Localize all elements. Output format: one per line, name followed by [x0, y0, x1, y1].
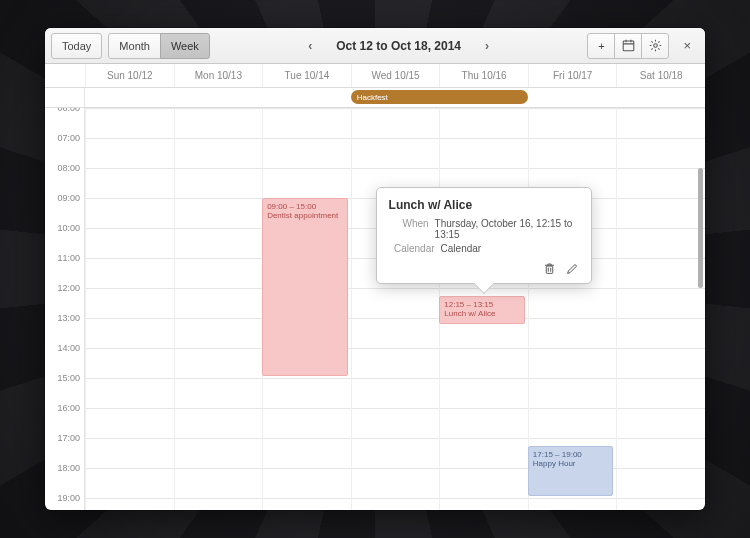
settings-button[interactable] — [641, 33, 669, 59]
prev-week-button[interactable]: ‹ — [302, 35, 318, 57]
hour-label: 18:00 — [57, 463, 80, 473]
day-header: Wed 10/15 — [351, 64, 440, 87]
allday-row: Hackfest — [45, 88, 705, 108]
day-header: Sat 10/18 — [616, 64, 705, 87]
header-actions: + × — [587, 33, 699, 59]
svg-line-11 — [651, 48, 652, 49]
popover-when-key: When — [389, 218, 429, 240]
hour-label: 06:00 — [57, 108, 80, 113]
popover-calendar-key: Calendar — [389, 243, 435, 254]
date-range-title: Oct 12 to Oct 18, 2014 — [336, 39, 461, 53]
headerbar: Today Month Week ‹ Oct 12 to Oct 18, 201… — [45, 28, 705, 64]
svg-point-4 — [654, 44, 658, 48]
allday-event[interactable]: Hackfest — [351, 90, 528, 104]
svg-line-10 — [658, 48, 659, 49]
hour-label: 12:00 — [57, 283, 80, 293]
popover-when-value: Thursday, October 16, 12:15 to 13:15 — [435, 218, 579, 240]
event-title: Happy Hour — [533, 459, 608, 468]
edit-event-button[interactable] — [566, 262, 579, 275]
day-header: Thu 10/16 — [439, 64, 528, 87]
next-week-button[interactable]: › — [479, 35, 495, 57]
day-header: Tue 10/14 — [262, 64, 351, 87]
calendar-picker-button[interactable] — [614, 33, 642, 59]
add-event-button[interactable]: + — [587, 33, 615, 59]
view-month-button[interactable]: Month — [108, 33, 161, 59]
svg-rect-0 — [623, 41, 634, 51]
hour-label: 16:00 — [57, 403, 80, 413]
week-grid[interactable]: 06:0007:0008:0009:0010:0011:0012:0013:00… — [45, 108, 705, 510]
close-button[interactable]: × — [675, 34, 699, 57]
vertical-scrollbar[interactable] — [697, 168, 703, 500]
event-grid[interactable]: 09:00 – 15:00Dentist appointment12:15 – … — [85, 108, 705, 510]
event-time: 17:15 – 19:00 — [533, 450, 608, 459]
day-header: Mon 10/13 — [174, 64, 263, 87]
event-popover: Lunch w/ Alice When Thursday, October 16… — [376, 187, 592, 284]
hour-label: 13:00 — [57, 313, 80, 323]
scroll-thumb[interactable] — [698, 168, 703, 288]
day-header: Sun 10/12 — [85, 64, 174, 87]
day-headers: Sun 10/12 Mon 10/13 Tue 10/14 Wed 10/15 … — [45, 64, 705, 88]
view-switcher: Month Week — [108, 33, 210, 59]
calendar-icon — [622, 39, 635, 52]
hour-label: 08:00 — [57, 163, 80, 173]
day-header: Fri 10/17 — [528, 64, 617, 87]
calendar-window: Today Month Week ‹ Oct 12 to Oct 18, 201… — [45, 28, 705, 510]
hour-label: 15:00 — [57, 373, 80, 383]
time-gutter: 06:0007:0008:0009:0010:0011:0012:0013:00… — [45, 108, 85, 510]
event-time: 09:00 – 15:00 — [267, 202, 342, 211]
calendar-event[interactable]: 17:15 – 19:00Happy Hour — [528, 446, 613, 497]
today-button[interactable]: Today — [51, 33, 102, 59]
popover-title: Lunch w/ Alice — [389, 198, 579, 212]
event-time: 12:15 – 13:15 — [444, 300, 519, 309]
hour-label: 10:00 — [57, 223, 80, 233]
allday-lane[interactable]: Hackfest — [85, 88, 705, 107]
svg-line-12 — [658, 41, 659, 42]
view-week-button[interactable]: Week — [160, 33, 210, 59]
time-gutter-header — [45, 64, 85, 87]
event-title: Dentist appointment — [267, 211, 342, 220]
hour-label: 09:00 — [57, 193, 80, 203]
hour-label: 17:00 — [57, 433, 80, 443]
svg-line-9 — [651, 41, 652, 42]
gear-icon — [649, 39, 662, 52]
event-title: Lunch w/ Alice — [444, 309, 519, 318]
title-group: ‹ Oct 12 to Oct 18, 2014 › — [216, 35, 582, 57]
hour-label: 11:00 — [57, 253, 80, 263]
calendar-event[interactable]: 09:00 – 15:00Dentist appointment — [262, 198, 347, 376]
delete-event-button[interactable] — [543, 262, 556, 275]
trash-icon — [543, 262, 556, 275]
hour-label: 19:00 — [57, 493, 80, 503]
hour-label: 07:00 — [57, 133, 80, 143]
hour-label: 14:00 — [57, 343, 80, 353]
pencil-icon — [566, 262, 579, 275]
svg-rect-13 — [546, 266, 553, 273]
calendar-event[interactable]: 12:15 – 13:15Lunch w/ Alice — [439, 296, 524, 324]
popover-calendar-value: Calendar — [441, 243, 482, 254]
